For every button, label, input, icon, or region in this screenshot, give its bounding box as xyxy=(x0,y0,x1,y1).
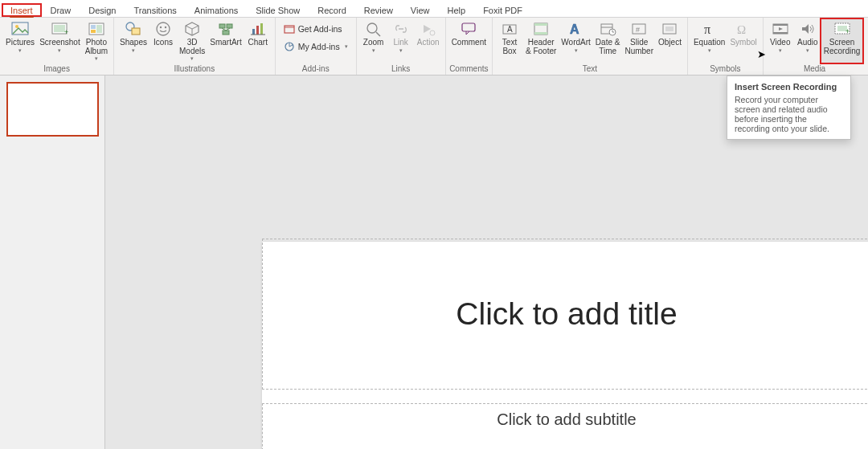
slide-canvas[interactable]: Click to add title Click to add subtitle xyxy=(262,242,868,449)
link-icon xyxy=(392,20,410,38)
title-placeholder[interactable]: Click to add title xyxy=(262,239,868,390)
screen-recording-button[interactable]: + Screen Recording xyxy=(821,19,863,63)
svg-text:π: π xyxy=(704,22,710,36)
subtitle-placeholder-text: Click to add subtitle xyxy=(497,410,636,429)
photo-album-icon xyxy=(88,20,105,38)
tab-transitions[interactable]: Transitions xyxy=(125,3,185,17)
screen-recording-icon: + xyxy=(833,20,851,38)
chevron-down-icon: ▾ xyxy=(345,43,348,50)
action-icon xyxy=(420,20,437,38)
svg-text:#: # xyxy=(636,26,640,34)
video-button[interactable]: Video ▾ xyxy=(767,19,794,63)
screenshot-button[interactable]: + Screenshot ▾ xyxy=(37,19,83,63)
slide-number-button[interactable]: # Slide Number xyxy=(622,19,656,63)
tab-foxit-pdf[interactable]: Foxit PDF xyxy=(474,3,531,17)
audio-button[interactable]: Audio ▾ xyxy=(794,19,821,63)
svg-rect-22 xyxy=(256,26,259,35)
svg-rect-36 xyxy=(534,32,547,35)
tab-slide-show[interactable]: Slide Show xyxy=(247,3,309,17)
svg-rect-6 xyxy=(91,25,96,29)
svg-text:+: + xyxy=(845,27,850,35)
text-box-button[interactable]: A Text Box xyxy=(496,19,523,63)
get-addins-button[interactable]: Get Add-ins xyxy=(280,22,351,36)
header-footer-label: Header & Footer xyxy=(526,39,556,55)
tab-animations[interactable]: Animations xyxy=(186,3,247,17)
icons-label: Icons xyxy=(154,39,173,47)
subtitle-placeholder[interactable]: Click to add subtitle xyxy=(262,403,868,449)
3d-models-label: 3D Models xyxy=(179,39,205,55)
ribbon-tabs: Insert Draw Design Transitions Animation… xyxy=(0,0,868,18)
zoom-button[interactable]: Zoom ▾ xyxy=(360,19,387,63)
svg-text:A: A xyxy=(570,22,579,36)
slide-thumbnail-1[interactable] xyxy=(6,82,99,137)
svg-rect-46 xyxy=(665,27,674,31)
wordart-label: WordArt xyxy=(561,39,591,47)
chevron-down-icon: ▾ xyxy=(190,55,194,61)
svg-text:+: + xyxy=(64,28,68,36)
my-addins-button[interactable]: My Add-ins ▾ xyxy=(280,39,351,54)
pictures-button[interactable]: Pictures ▾ xyxy=(3,19,37,63)
slide-thumbnail-pane[interactable] xyxy=(0,76,105,449)
screenshot-icon: + xyxy=(51,20,68,38)
svg-rect-17 xyxy=(227,24,232,28)
date-time-button[interactable]: Date & Time xyxy=(593,19,623,63)
header-footer-icon xyxy=(532,20,550,38)
title-placeholder-text: Click to add title xyxy=(456,296,677,332)
action-button: Action xyxy=(415,19,442,63)
date-time-icon xyxy=(599,20,616,38)
group-text-label: Text xyxy=(496,63,684,75)
ribbon: Pictures ▾ + Screenshot ▾ Photo Album ▾ … xyxy=(0,18,868,76)
object-icon xyxy=(661,20,678,38)
chart-icon xyxy=(249,20,267,38)
symbol-label: Symbol xyxy=(730,39,756,47)
pictures-label: Pictures xyxy=(6,39,35,47)
wordart-button[interactable]: A WordArt ▾ xyxy=(559,19,593,63)
chevron-down-icon: ▾ xyxy=(399,47,403,53)
svg-rect-18 xyxy=(223,31,229,35)
group-text: A Text Box Header & Footer A WordArt ▾ xyxy=(493,18,688,75)
tab-record[interactable]: Record xyxy=(309,3,354,17)
screen-recording-label: Screen Recording xyxy=(824,39,861,55)
shapes-icon xyxy=(125,20,142,38)
svg-point-27 xyxy=(367,23,377,33)
textbox-icon: A xyxy=(501,20,518,38)
svg-marker-53 xyxy=(802,24,809,34)
header-footer-button[interactable]: Header & Footer xyxy=(523,19,559,63)
tab-review[interactable]: Review xyxy=(355,3,402,17)
svg-point-13 xyxy=(165,27,166,28)
tooltip-title: Insert Screen Recording xyxy=(735,82,843,92)
symbol-button: Ω Symbol xyxy=(727,19,759,63)
chevron-down-icon: ▾ xyxy=(708,47,711,53)
comment-button[interactable]: Comment xyxy=(449,19,489,63)
chart-button[interactable]: Chart xyxy=(244,19,272,63)
video-label: Video xyxy=(770,39,790,47)
svg-point-30 xyxy=(430,31,435,35)
wordart-icon: A xyxy=(567,20,585,38)
tab-draw[interactable]: Draw xyxy=(42,3,80,17)
group-illustrations-label: Illustrations xyxy=(117,63,272,75)
shapes-button[interactable]: Shapes ▾ xyxy=(117,19,149,63)
text-box-label: Text Box xyxy=(502,39,517,55)
tab-view[interactable]: View xyxy=(402,3,439,17)
equation-button[interactable]: π Equation ▾ xyxy=(691,19,727,63)
svg-rect-23 xyxy=(260,23,263,35)
smartart-button[interactable]: SmartArt xyxy=(207,19,244,63)
svg-rect-51 xyxy=(773,32,788,34)
chevron-down-icon: ▾ xyxy=(806,47,809,53)
shapes-label: Shapes xyxy=(120,39,147,47)
chevron-down-icon: ▾ xyxy=(58,47,61,53)
3d-models-button[interactable]: 3D Models ▾ xyxy=(177,19,207,63)
svg-point-12 xyxy=(160,27,162,28)
icons-button[interactable]: Icons xyxy=(149,19,177,63)
object-button[interactable]: Object xyxy=(656,19,684,63)
tab-help[interactable]: Help xyxy=(439,3,475,17)
action-label: Action xyxy=(417,39,440,47)
tab-insert[interactable]: Insert xyxy=(2,3,42,17)
photo-album-button[interactable]: Photo Album ▾ xyxy=(83,19,110,63)
svg-marker-52 xyxy=(779,27,783,31)
smartart-icon xyxy=(217,20,235,38)
svg-rect-31 xyxy=(462,23,475,31)
equation-icon: π xyxy=(701,20,719,38)
group-links: Zoom ▾ Link ▾ Action Links xyxy=(357,18,446,75)
tab-design[interactable]: Design xyxy=(80,3,125,17)
